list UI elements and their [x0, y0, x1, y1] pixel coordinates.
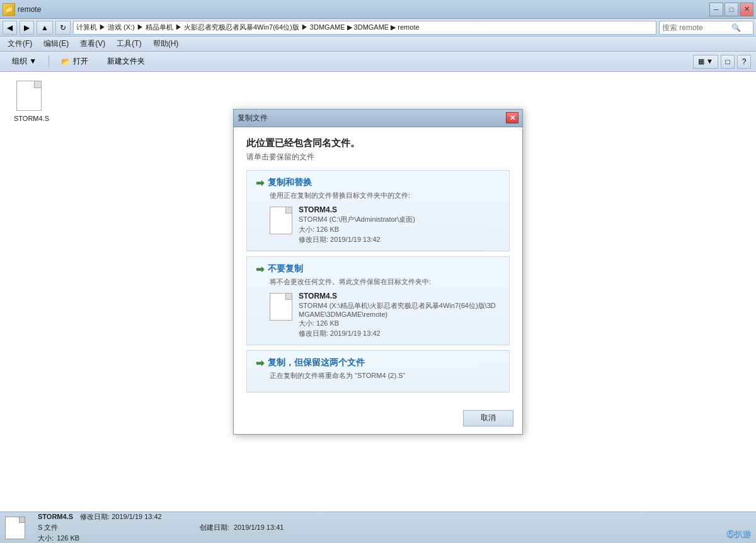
replace-arrow-icon: ➡ [256, 177, 264, 189]
dialog-header: 此位置已经包含同名文件。 [246, 137, 510, 149]
skip-file-icon [270, 293, 292, 321]
option-skip-title: 不要复制 [268, 263, 303, 275]
dialog-overlay: 复制文件 ✕ 此位置已经包含同名文件。 请单击要保留的文件 ➡ 复制和替换 使用… [0, 0, 756, 543]
replace-file-icon [270, 207, 292, 234]
replace-file-name: STORM4.S [299, 205, 415, 214]
dialog-body: 此位置已经包含同名文件。 请单击要保留的文件 ➡ 复制和替换 使用正在复制的文件… [234, 127, 522, 405]
option-replace-desc: 使用正在复制的文件替换目标文件夹中的文件: [256, 191, 500, 200]
option-keep-both[interactable]: ➡ 复制，但保留这两个文件 正在复制的文件将重命名为 "STORM4 (2).S… [246, 350, 510, 392]
skip-file-text: STORM4.S STORM4 (X:\精品单机\火影忍者究极忍者风暴4Win7… [299, 292, 500, 338]
option-replace[interactable]: ➡ 复制和替换 使用正在复制的文件替换目标文件夹中的文件: STORM4.S S… [246, 170, 510, 251]
dialog-title-text: 复制文件 [238, 113, 268, 123]
option-replace-title: 复制和替换 [268, 177, 312, 188]
dialog-footer: 取消 [234, 405, 522, 434]
copy-file-dialog: 复制文件 ✕ 此位置已经包含同名文件。 请单击要保留的文件 ➡ 复制和替换 使用… [233, 109, 523, 435]
skip-arrow-icon: ➡ [256, 263, 264, 275]
option-keep-title-row: ➡ 复制，但保留这两个文件 [256, 357, 500, 369]
option-skip-file-detail: STORM4.S STORM4 (X:\精品单机\火影忍者究极忍者风暴4Win7… [256, 292, 500, 338]
replace-file-date: 修改日期: 2019/1/19 13:42 [299, 235, 415, 244]
dialog-close-button[interactable]: ✕ [506, 112, 518, 123]
option-skip[interactable]: ➡ 不要复制 将不会更改任何文件。将此文件保留在目标文件夹中: STORM4.S… [246, 256, 510, 345]
option-keep-title: 复制，但保留这两个文件 [268, 357, 365, 369]
dialog-title-bar: 复制文件 ✕ [234, 110, 522, 127]
cancel-button[interactable]: 取消 [463, 410, 513, 426]
replace-file-size: 大小: 126 KB [299, 225, 415, 234]
keep-arrow-icon: ➡ [256, 357, 264, 369]
option-replace-title-row: ➡ 复制和替换 [256, 177, 500, 189]
skip-file-path: STORM4 (X:\精品单机\火影忍者究极忍者风暴4Win7(64位)版\3D… [299, 301, 500, 318]
option-skip-desc: 将不会更改任何文件。将此文件保留在目标文件夹中: [256, 277, 500, 287]
dialog-subtext: 请单击要保留的文件 [246, 152, 510, 163]
skip-file-name: STORM4.S [299, 292, 500, 300]
replace-file-path: STORM4 (C:\用户\Administrator\桌面) [299, 215, 415, 224]
option-keep-desc: 正在复制的文件将重命名为 "STORM4 (2).S" [256, 371, 500, 380]
skip-file-size: 大小: 126 KB [299, 319, 500, 328]
skip-file-date: 修改日期: 2019/1/19 13:42 [299, 329, 500, 338]
option-replace-file-detail: STORM4.S STORM4 (C:\用户\Administrator\桌面)… [256, 205, 500, 244]
replace-file-text: STORM4.S STORM4 (C:\用户\Administrator\桌面)… [299, 205, 415, 244]
option-skip-title-row: ➡ 不要复制 [256, 263, 500, 275]
